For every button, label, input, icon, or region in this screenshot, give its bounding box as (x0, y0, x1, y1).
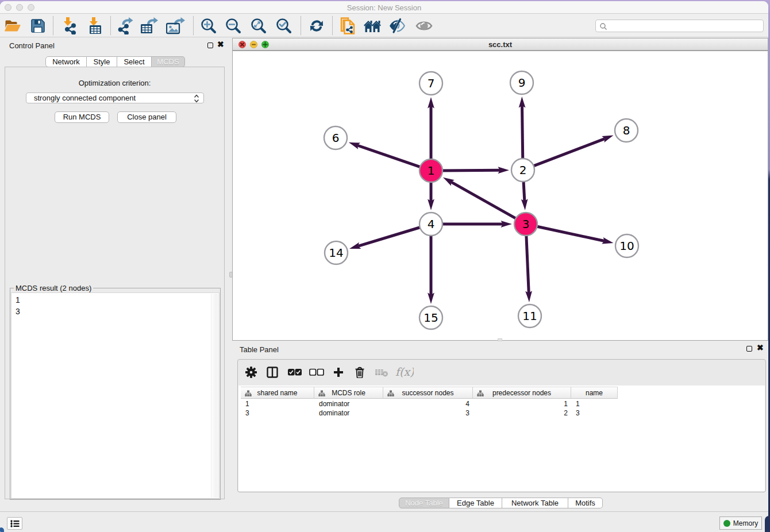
graph-node-9[interactable]: 9 (510, 71, 533, 94)
desktop-artifact (0, 527, 4, 532)
desktop-background: Session: New Session (0, 0, 770, 532)
export-network-button[interactable] (116, 14, 137, 37)
graph-node-3[interactable]: 3 (514, 213, 537, 236)
zoom-fit-button[interactable] (248, 14, 269, 37)
table-tab-motifs[interactable]: Motifs (568, 498, 603, 508)
memory-button[interactable]: Memory (719, 516, 762, 530)
tab-style[interactable]: Style (87, 56, 117, 67)
mcds-result-scrollbar[interactable] (211, 294, 219, 498)
export-image-button[interactable] (165, 14, 186, 37)
optimization-criterion-label: Optimization criterion: (5, 79, 224, 87)
graph-edge-2-3[interactable] (521, 181, 528, 210)
network-canvas[interactable]: 1234678910111415 (232, 51, 768, 341)
table-row[interactable]: 1dominator411 (241, 399, 618, 408)
graph-node-2[interactable]: 2 (511, 159, 534, 182)
refresh-button[interactable] (306, 14, 327, 37)
task-history-button[interactable] (7, 517, 22, 530)
close-panel-button[interactable]: Close panel (117, 111, 176, 123)
deselect-all-button[interactable] (306, 360, 327, 385)
graph-edge-2-8[interactable] (533, 136, 614, 167)
network-file-button[interactable] (337, 14, 358, 37)
tab-select[interactable]: Select (117, 56, 152, 67)
table-panel-close-button[interactable]: ✖ (757, 343, 764, 352)
table-panel: Table Panel ✖ (232, 342, 768, 511)
add-column-button[interactable] (328, 360, 349, 385)
graph-node-10[interactable]: 10 (615, 234, 638, 257)
table-header-row: shared name MCDS role successor nodes pr… (241, 387, 618, 399)
column-header-predecessor-nodes[interactable]: predecessor nodes (473, 387, 571, 399)
graph-node-15[interactable]: 15 (419, 306, 442, 329)
chevron-up-down-icon (194, 94, 199, 103)
cybrowser-button[interactable] (362, 14, 383, 37)
table-panel-float-button[interactable] (746, 346, 752, 352)
hide-panel-button[interactable] (387, 14, 407, 37)
run-mcds-button[interactable]: Run MCDS (55, 111, 109, 123)
network-view-titlebar[interactable]: scc.txt (232, 38, 768, 51)
column-header-shared-name[interactable]: shared name (241, 387, 314, 399)
graph-edge-1-7[interactable] (428, 97, 434, 160)
table-panel-box: f(x) shared name MCDS role successor nod… (237, 359, 766, 492)
svg-text:f(x): f(x) (395, 366, 414, 378)
table-tab-node-table[interactable]: Node Table (399, 498, 449, 508)
table-tab-edge-table[interactable]: Edge Table (449, 498, 502, 508)
import-table-button[interactable] (85, 14, 106, 37)
tab-mcds[interactable]: MCDS (152, 56, 185, 67)
zoom-out-button[interactable] (223, 14, 244, 37)
svg-text:1: 1 (428, 164, 435, 178)
column-header-successor-nodes[interactable]: successor nodes (383, 387, 473, 399)
search-input[interactable] (595, 20, 764, 32)
delete-column-button[interactable] (349, 360, 370, 385)
graph-node-4[interactable]: 4 (419, 213, 442, 236)
svg-text:11: 11 (522, 309, 537, 323)
select-all-button[interactable] (284, 360, 305, 385)
graph-edge-3-1[interactable] (443, 178, 517, 219)
split-columns-button[interactable] (262, 360, 283, 385)
open-folder-button[interactable] (2, 14, 23, 37)
graph-node-11[interactable]: 11 (518, 304, 541, 327)
import-network-button[interactable] (59, 14, 80, 37)
column-header-name[interactable]: name (571, 387, 618, 399)
zoom-selected-button[interactable] (274, 14, 294, 37)
optimization-criterion-value: strongly connected component (34, 94, 136, 102)
graph-edge-1-2[interactable] (442, 167, 509, 174)
network-view-frame: scc.txt 1234678910111415 (232, 38, 768, 341)
zoom-in-button[interactable] (198, 14, 219, 37)
mcds-result-text[interactable]: 1 3 (11, 292, 220, 499)
network-resize-grip[interactable] (498, 338, 502, 341)
graph-edge-4-3[interactable] (442, 221, 512, 228)
graph-edge-1-4[interactable] (428, 182, 434, 210)
column-header-MCDS-role[interactable]: MCDS role (314, 387, 383, 399)
graph-edge-3-11[interactable] (525, 235, 532, 302)
graph-node-7[interactable]: 7 (419, 72, 442, 95)
toolbar-separator (53, 16, 53, 35)
control-panel-float-button[interactable] (207, 43, 213, 48)
control-panel-close-button[interactable]: ✖ (217, 40, 224, 49)
graph-edge-4-14[interactable] (349, 228, 421, 249)
show-panel-button[interactable] (414, 14, 434, 37)
graph-node-1[interactable]: 1 (419, 159, 442, 182)
table-cell: 1 (473, 399, 571, 408)
window-titlebar[interactable]: Session: New Session (0, 1, 768, 14)
table-cell: 1 (241, 399, 314, 408)
optimization-criterion-select[interactable]: strongly connected component (26, 92, 204, 103)
graph-node-8[interactable]: 8 (615, 119, 638, 142)
memory-status-icon (723, 520, 730, 527)
status-bar: Memory (0, 511, 768, 531)
memory-label: Memory (733, 519, 758, 527)
svg-text:9: 9 (518, 76, 526, 90)
export-table-button[interactable] (139, 14, 160, 37)
graph-edge-2-9[interactable] (519, 97, 526, 159)
graph-node-6[interactable]: 6 (324, 126, 347, 149)
main-area: Control Panel ✖ NetworkStyleSelectMCDS O… (0, 37, 768, 511)
graph-edge-4-15[interactable] (428, 235, 434, 304)
table-tab-network-table[interactable]: Network Table (502, 498, 568, 508)
table-row[interactable]: 3dominator323 (241, 408, 618, 418)
graph-edge-1-6[interactable] (349, 142, 421, 167)
graph-edge-3-10[interactable] (537, 226, 614, 244)
tab-network[interactable]: Network (45, 56, 87, 67)
graph-node-14[interactable]: 14 (325, 241, 348, 264)
gear-button[interactable] (241, 360, 261, 385)
save-button[interactable] (28, 14, 48, 37)
svg-text:6: 6 (332, 131, 340, 145)
list-icon (10, 520, 20, 527)
